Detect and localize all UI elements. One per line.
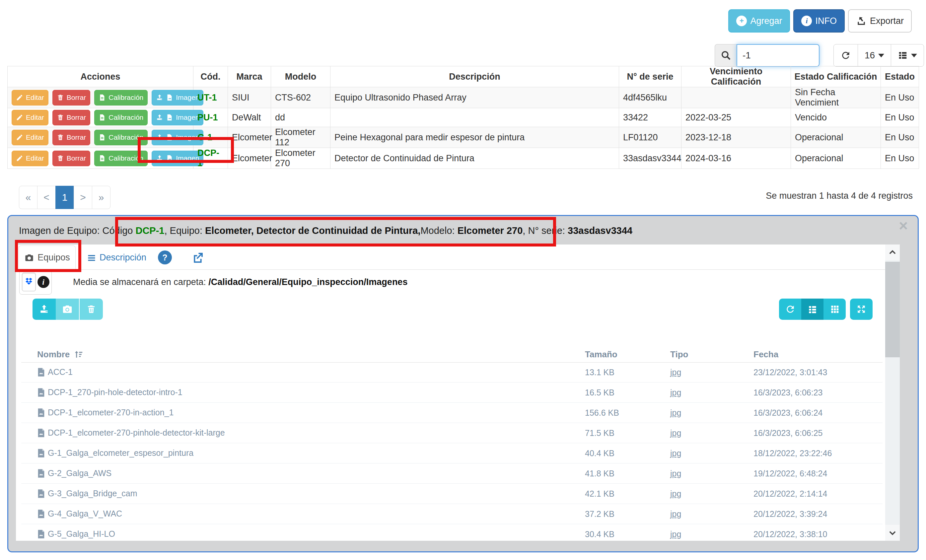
camera-capture-button[interactable] — [56, 298, 79, 320]
pencil-icon — [16, 114, 23, 121]
info-button[interactable]: i INFO — [793, 9, 845, 33]
list-view-button[interactable] — [801, 298, 823, 320]
file-type-link[interactable]: jpg — [670, 408, 681, 418]
external-link-icon[interactable] — [191, 251, 204, 266]
calibracion-button[interactable]: Calibración — [94, 130, 148, 145]
calibracion-button[interactable]: Calibración — [94, 90, 148, 106]
col-header-marca: Marca — [228, 67, 271, 87]
editar-button[interactable]: Editar — [12, 110, 48, 126]
cod-link-dcp1[interactable]: DCP-1 — [197, 148, 219, 168]
records-summary: Se muestran 1 hasta 4 de 4 registros — [766, 191, 913, 201]
editar-button[interactable]: Editar — [12, 130, 48, 145]
cod-link[interactable]: UT-1 — [197, 92, 217, 103]
file-name-link[interactable]: DCP-1_elcometer-270-pinhole-detector-kit… — [37, 428, 225, 437]
dropbox-icon[interactable] — [22, 273, 36, 291]
calibracion-button[interactable]: Calibración — [94, 151, 148, 166]
sort-icon[interactable] — [74, 349, 83, 359]
file-type-link[interactable]: jpg — [670, 489, 681, 499]
pagination-next[interactable]: > — [74, 186, 92, 209]
editar-button[interactable]: Editar — [12, 151, 48, 166]
editar-button[interactable]: Editar — [12, 90, 48, 106]
scrollbar-track[interactable] — [885, 245, 900, 541]
close-icon[interactable]: × — [899, 218, 908, 233]
modelo-cell: dd — [271, 108, 330, 127]
file-col-tamano[interactable]: Tamaño — [585, 349, 617, 360]
info-icon[interactable]: i — [38, 276, 50, 288]
tab-equipos[interactable]: Equipos — [18, 245, 76, 270]
file-name-link[interactable]: G-5_Galga_HI-LO — [37, 529, 115, 539]
calibracion-button[interactable]: Calibración — [94, 110, 148, 126]
file-row[interactable]: G-4_Galga_V_WAC 37.2 KB jpg 20/12/2022, … — [21, 504, 882, 524]
file-name-link[interactable]: G-4_Galga_V_WAC — [37, 509, 122, 519]
cod-link[interactable]: G-1 — [197, 132, 212, 142]
search-input[interactable] — [737, 44, 820, 67]
view-columns-dropdown[interactable] — [891, 44, 924, 67]
scroll-up-arrow-icon[interactable] — [885, 245, 900, 260]
search-addon — [715, 44, 737, 67]
imagen-button[interactable]: Imagen — [151, 130, 203, 145]
borrar-button[interactable]: Borrar — [52, 151, 90, 166]
exportar-button[interactable]: Exportar — [848, 9, 912, 33]
refresh-files-button[interactable] — [779, 298, 801, 320]
file-type-link[interactable]: jpg — [670, 530, 681, 539]
file-row[interactable]: G-3_Galga_Bridge_cam 42.1 KB jpg 20/12/2… — [21, 484, 882, 504]
file-name-link[interactable]: G-2_Galga_AWS — [37, 468, 112, 478]
file-row[interactable]: G-1_Galga_elcometer_espesor_pintura 40.4… — [21, 443, 882, 463]
file-row[interactable]: ACC-1 13.1 KB jpg 23/12/2022, 3:01:43 — [21, 362, 882, 383]
help-icon[interactable]: ? — [158, 250, 172, 265]
image-file-icon — [166, 134, 173, 141]
file-date: 19/12/2022, 6:48:24 — [754, 469, 827, 478]
image-file-icon — [37, 368, 45, 377]
upload-button[interactable] — [33, 298, 56, 320]
file-type-link[interactable]: jpg — [670, 368, 681, 377]
pagination-prev[interactable]: < — [37, 186, 56, 209]
file-name-link[interactable]: DCP-1_270-pin-hole-detector-intro-1 — [37, 387, 183, 397]
estado-calificacion-cell: Sin Fecha Vencimient — [791, 87, 881, 108]
imagen-button[interactable]: Imagen — [151, 90, 203, 106]
borrar-button[interactable]: Borrar — [52, 130, 90, 145]
file-date: 16/3/2023, 6:06:25 — [754, 428, 823, 438]
table-controls-group: 16 — [834, 44, 924, 67]
file-col-fecha[interactable]: Fecha — [754, 349, 778, 360]
file-type-link[interactable]: jpg — [670, 428, 681, 438]
col-header-serie: N° de serie — [619, 67, 681, 87]
file-name-link[interactable]: ACC-1 — [37, 367, 73, 377]
pagination-page-1[interactable]: 1 — [55, 186, 74, 209]
file-name-link[interactable]: DCP-1_elcometer-270-in-action_1 — [37, 408, 174, 417]
file-row[interactable]: G-2_Galga_AWS 41.8 KB jpg 19/12/2022, 6:… — [21, 463, 882, 484]
pagination-first[interactable]: « — [19, 186, 38, 209]
file-date: 20/12/2022, 2:14:14 — [754, 489, 827, 499]
descripcion-cell: Detector de Continuidad de Pintura — [330, 148, 619, 169]
scroll-down-arrow-icon[interactable] — [885, 525, 900, 541]
file-type-link[interactable]: jpg — [670, 388, 681, 397]
borrar-button[interactable]: Borrar — [52, 110, 90, 126]
file-row[interactable]: DCP-1_elcometer-270-pinhole-detector-kit… — [21, 423, 882, 443]
file-col-nombre[interactable]: Nombre — [37, 349, 70, 360]
grid-view-button[interactable] — [823, 298, 846, 320]
borrar-button[interactable]: Borrar — [52, 90, 90, 106]
refresh-button[interactable] — [834, 44, 858, 67]
scrollbar-thumb[interactable] — [885, 262, 900, 357]
file-type-link[interactable]: jpg — [670, 448, 681, 458]
file-name-link[interactable]: G-1_Galga_elcometer_espesor_pintura — [37, 448, 194, 458]
imagen-button[interactable]: Imagen — [151, 110, 203, 126]
cod-link[interactable]: PU-1 — [197, 112, 218, 123]
plus-circle-icon: + — [736, 15, 747, 26]
pagination-last[interactable]: » — [92, 186, 110, 209]
file-row[interactable]: G-5_Galga_HI-LO 30.4 KB jpg 20/12/2022, … — [21, 524, 882, 541]
file-col-tipo[interactable]: Tipo — [670, 349, 688, 360]
page-size-dropdown[interactable]: 16 — [858, 44, 891, 67]
serie-cell: 33422 — [619, 108, 681, 127]
file-row[interactable]: DCP-1_elcometer-270-in-action_1 156.6 KB… — [21, 403, 882, 423]
agregar-button[interactable]: + Agregar — [728, 9, 790, 33]
file-name-link[interactable]: G-3_Galga_Bridge_cam — [37, 489, 137, 498]
image-file-icon — [37, 408, 45, 417]
upload-icon — [156, 94, 163, 101]
tab-descripcion[interactable]: Descripción — [81, 245, 152, 270]
file-type-link[interactable]: jpg — [670, 509, 681, 519]
delete-file-button[interactable] — [80, 298, 103, 320]
fullscreen-button[interactable] — [850, 298, 873, 320]
file-row[interactable]: DCP-1_270-pin-hole-detector-intro-1 16.5… — [21, 383, 882, 403]
imagen-button-dcp1[interactable]: Imagen — [151, 151, 203, 166]
file-type-link[interactable]: jpg — [670, 469, 681, 478]
